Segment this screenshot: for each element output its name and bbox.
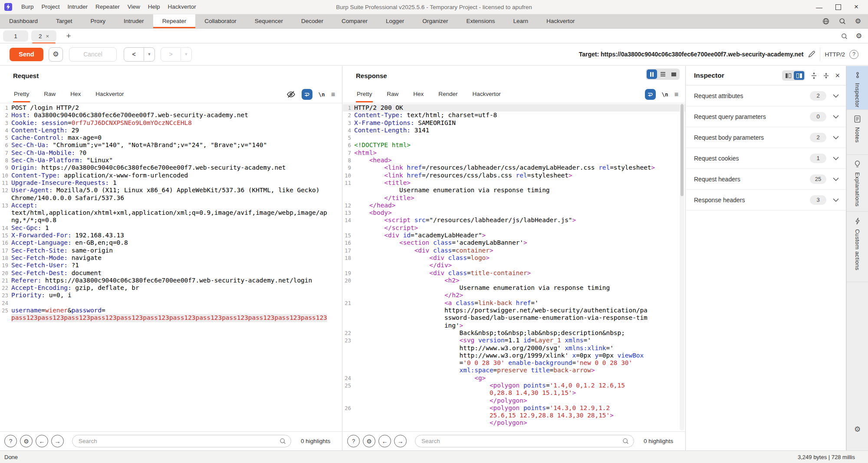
- request-line[interactable]: 8Sec-Ch-Ua-Platform: "Linux": [0, 157, 342, 164]
- response-line[interactable]: 12 </head>: [343, 202, 685, 209]
- response-tab-hex[interactable]: Hex: [412, 88, 424, 102]
- response-line[interactable]: 4Content-Length: 3141: [343, 127, 685, 134]
- response-line[interactable]: 26 <polygon points='14.3,0 12.9,1.2: [343, 404, 685, 412]
- add-tab-button[interactable]: +: [63, 30, 74, 42]
- response-line[interactable]: 19 <div class=title-container>: [343, 269, 685, 277]
- inspector-section-request-attributes[interactable]: Request attributes2: [686, 85, 846, 106]
- back-history-button[interactable]: < ▼: [124, 47, 155, 62]
- response-editor[interactable]: 1HTTP/2 200 OK2Content-Type: text/html; …: [343, 103, 685, 431]
- inspector-section-response-headers[interactable]: Response headers3: [686, 190, 846, 210]
- search-help-icon[interactable]: ?: [347, 435, 360, 447]
- response-line[interactable]: ='0 0 28 30' enable-background='new 0 0 …: [343, 359, 685, 367]
- search-icon[interactable]: [838, 17, 846, 25]
- response-line[interactable]: 25.6,15 12.9,28.8 14.3,30 28,15'>: [343, 412, 685, 419]
- response-line[interactable]: 7<html>: [343, 149, 685, 157]
- response-line[interactable]: 5: [343, 134, 685, 141]
- chevron-down-icon[interactable]: [833, 177, 839, 181]
- chevron-down-icon[interactable]: ▼: [181, 52, 191, 56]
- next-match-icon[interactable]: →: [51, 435, 64, 447]
- response-line[interactable]: ssword-based/lab-username-enumeration-vi…: [343, 314, 685, 322]
- gear-icon[interactable]: ⚙: [856, 33, 862, 39]
- request-tab-hackvertor[interactable]: Hackvertor: [95, 88, 125, 102]
- side-settings-gear-icon[interactable]: ⚙: [847, 426, 868, 433]
- repeater-tab-1[interactable]: 1: [3, 30, 28, 42]
- response-line[interactable]: 13 <body>: [343, 209, 685, 217]
- tab-collaborator[interactable]: Collaborator: [195, 14, 246, 28]
- word-wrap-toggle-icon[interactable]: [302, 89, 312, 100]
- request-line[interactable]: 16Accept-Language: en-GB,en;q=0.8: [0, 239, 342, 246]
- request-line[interactable]: 12User-Agent: Mozilla/5.0 (X11; Linux x8…: [0, 187, 342, 194]
- response-line[interactable]: 24 <g>: [343, 374, 685, 382]
- response-tab-hackvertor[interactable]: Hackvertor: [472, 88, 502, 102]
- response-line[interactable]: 0,28.8 1.4,30 15.1,15'>: [343, 389, 685, 397]
- chevron-down-icon[interactable]: [833, 157, 839, 160]
- menu-repeater[interactable]: Repeater: [92, 0, 124, 14]
- response-line[interactable]: Username enumeration via response timing: [343, 187, 685, 194]
- inspector-section-request-query-parameters[interactable]: Request query parameters0: [686, 106, 846, 127]
- search-settings-icon[interactable]: ⚙: [20, 435, 33, 447]
- inspector-dock-right-button[interactable]: [794, 71, 804, 80]
- previous-match-icon[interactable]: ←: [36, 435, 48, 447]
- response-line[interactable]: </h2>: [343, 292, 685, 299]
- menu-hackvertor[interactable]: Hackvertor: [164, 0, 200, 14]
- request-line[interactable]: text/html,application/xhtml+xml,applicat…: [0, 209, 342, 217]
- response-tab-raw[interactable]: Raw: [386, 88, 399, 102]
- close-button[interactable]: ×: [854, 3, 858, 11]
- tab-organizer[interactable]: Organizer: [413, 14, 457, 28]
- menu-project[interactable]: Project: [38, 0, 64, 14]
- response-line[interactable]: 22 Back&nbsp;to&nbsp;lab&nbsp;descriptio…: [343, 329, 685, 337]
- inspector-section-request-cookies[interactable]: Request cookies1: [686, 148, 846, 169]
- request-line[interactable]: 11Upgrade-Insecure-Requests: 1: [0, 179, 342, 187]
- globe-icon[interactable]: [822, 17, 830, 25]
- request-line[interactable]: pass123pass123pass123pass123pass123pass1…: [0, 314, 342, 322]
- request-line[interactable]: 3Cookie: session=0rf7u7J6DCNXPSNEo9L0mYO…: [0, 119, 342, 127]
- response-line[interactable]: 15 <div id="academyLabHeader">: [343, 232, 685, 239]
- response-line[interactable]: http://www.w3.org/2000/svg' xmlns:xlink=…: [343, 345, 685, 352]
- request-line[interactable]: 4Content-Length: 29: [0, 127, 342, 134]
- tab-target[interactable]: Target: [47, 14, 82, 28]
- request-line[interactable]: 13Accept:: [0, 202, 342, 209]
- response-tab-render[interactable]: Render: [437, 88, 458, 102]
- request-line[interactable]: 20Sec-Fetch-Dest: document: [0, 269, 342, 277]
- edit-target-pencil-icon[interactable]: [808, 50, 815, 58]
- inspector-section-request-headers[interactable]: Request headers25: [686, 169, 846, 190]
- help-icon[interactable]: ?: [849, 50, 858, 59]
- layout-single-button[interactable]: [668, 69, 679, 79]
- side-tab-custom-actions[interactable]: Custom actions: [847, 212, 868, 282]
- response-line[interactable]: 2Content-Type: text/html; charset=utf-8: [343, 112, 685, 119]
- repeater-tab-2[interactable]: 2 ×: [31, 30, 56, 42]
- request-line[interactable]: 19Sec-Fetch-User: ?1: [0, 262, 342, 269]
- response-line[interactable]: 16 <section class='academyLabBanner'>: [343, 239, 685, 246]
- response-line[interactable]: 1HTTP/2 200 OK: [343, 104, 685, 112]
- response-line[interactable]: </polygon>: [343, 397, 685, 404]
- request-line[interactable]: 9Origin: https://0a3800c9040c06c380fec6e…: [0, 164, 342, 171]
- response-line[interactable]: 8 <head>: [343, 157, 685, 164]
- tab-repeater[interactable]: Repeater: [153, 14, 196, 28]
- tab-comparer[interactable]: Comparer: [332, 14, 377, 28]
- tab-intruder[interactable]: Intruder: [115, 14, 153, 28]
- request-line[interactable]: 23Priority: u=0, i: [0, 292, 342, 299]
- request-line[interactable]: ng,*/*;q=0.8: [0, 217, 342, 224]
- send-settings-button[interactable]: ⚙: [49, 47, 63, 62]
- response-line[interactable]: 17 <div class=container>: [343, 247, 685, 254]
- menu-intruder[interactable]: Intruder: [64, 0, 92, 14]
- request-line[interactable]: 15X-Forwarded-For: 192.168.43.13: [0, 232, 342, 239]
- close-tab-icon[interactable]: ×: [46, 33, 49, 39]
- request-line[interactable]: 5Cache-Control: max-age=0: [0, 134, 342, 141]
- search-icon[interactable]: [841, 33, 848, 40]
- response-line[interactable]: 20 <h2>: [343, 277, 685, 284]
- response-line[interactable]: 6<!DOCTYPE html>: [343, 141, 685, 149]
- request-editor[interactable]: 1POST /login HTTP/22Host: 0a3800c9040c06…: [0, 103, 342, 431]
- request-line[interactable]: 21Referer: https://0a3800c9040c06c380fec…: [0, 277, 342, 284]
- request-line[interactable]: 2Host: 0a3800c9040c06c380fec6e700ee00f7.…: [0, 112, 342, 119]
- editor-menu-icon[interactable]: ≡: [674, 91, 678, 99]
- next-match-icon[interactable]: →: [394, 435, 407, 447]
- request-line[interactable]: 18Sec-Fetch-Mode: navigate: [0, 254, 342, 262]
- response-line[interactable]: </div>: [343, 262, 685, 269]
- response-tab-pretty[interactable]: Pretty: [356, 88, 373, 102]
- layout-rows-button[interactable]: [658, 69, 668, 79]
- tab-extensions[interactable]: Extensions: [457, 14, 504, 28]
- response-line[interactable]: http://www.w3.org/1999/xlink' x=0px y=0p…: [343, 352, 685, 359]
- cancel-button[interactable]: Cancel: [69, 47, 117, 62]
- send-button[interactable]: Send: [10, 48, 43, 61]
